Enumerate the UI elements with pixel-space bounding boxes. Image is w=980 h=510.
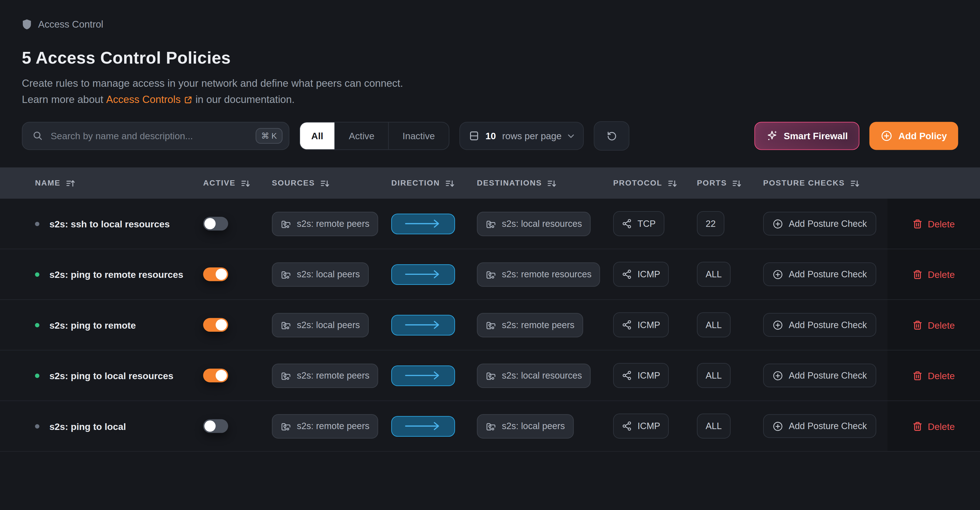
add-posture-check-button[interactable]: Add Posture Check (763, 212, 876, 235)
ports-cell: 22 (697, 211, 763, 236)
rows-per-page-select[interactable]: 10 rows per page (459, 122, 584, 150)
status-dot (35, 272, 39, 276)
smart-firewall-label: Smart Firewall (784, 130, 848, 141)
active-toggle[interactable] (203, 217, 228, 230)
source-group-badge[interactable]: s2s: remote peers (272, 363, 378, 388)
table-row: s2s: ping to remote s2s: local peers (0, 300, 980, 350)
active-cell (203, 217, 272, 230)
protocol-label: TCP (638, 219, 655, 229)
source-group-label: s2s: remote peers (297, 219, 369, 229)
plus-circle-icon (773, 370, 783, 381)
column-header-ports[interactable]: PORTS (697, 178, 763, 188)
filter-active[interactable]: Active (335, 122, 389, 149)
folder-network-icon (486, 269, 496, 280)
add-posture-check-button[interactable]: Add Posture Check (763, 364, 876, 387)
source-group-badge[interactable]: s2s: local peers (272, 262, 369, 286)
delete-button[interactable]: Delete (909, 269, 959, 280)
page-header: Access Control 5 Access Control Policies… (0, 0, 980, 105)
direction-button[interactable] (391, 315, 455, 335)
add-posture-check-label: Add Posture Check (789, 370, 867, 381)
add-posture-check-button[interactable]: Add Posture Check (763, 414, 876, 438)
search-shortcut-badge: ⌘ K (255, 128, 282, 144)
toggle-knob (204, 218, 215, 229)
arrow-right-icon (404, 421, 443, 430)
active-toggle[interactable] (203, 267, 228, 281)
destination-group-label: s2s: local resources (502, 219, 582, 229)
delete-label: Delete (928, 421, 955, 431)
filter-all[interactable]: All (300, 122, 335, 149)
destination-group-label: s2s: remote peers (502, 320, 574, 330)
posture-checks-cell: Add Posture Check (763, 414, 888, 438)
policy-name: s2s: ssh to local resources (49, 218, 170, 229)
sort-desc-icon (445, 178, 454, 188)
protocol-label: ICMP (638, 370, 660, 381)
add-posture-check-button[interactable]: Add Posture Check (763, 262, 876, 286)
active-cell (203, 318, 272, 332)
ports-chip: 22 (697, 211, 725, 236)
search-box[interactable]: ⌘ K (22, 122, 289, 150)
direction-button[interactable] (391, 213, 455, 234)
delete-label: Delete (928, 319, 955, 330)
trash-icon (913, 370, 923, 381)
refresh-button[interactable] (594, 121, 630, 150)
policy-name: s2s: ping to local (49, 421, 126, 431)
source-group-badge[interactable]: s2s: remote peers (272, 414, 378, 438)
column-header-protocol[interactable]: PROTOCOL (613, 178, 697, 188)
source-group-badge[interactable]: s2s: remote peers (272, 211, 378, 236)
sort-desc-icon (320, 178, 329, 188)
delete-button[interactable]: Delete (909, 420, 959, 432)
destination-group-label: s2s: remote resources (502, 269, 592, 279)
delete-button[interactable]: Delete (909, 218, 959, 230)
active-cell (203, 419, 272, 433)
add-posture-check-button[interactable]: Add Posture Check (763, 313, 876, 337)
source-group-label: s2s: local peers (297, 320, 360, 330)
add-policy-label: Add Policy (899, 130, 947, 141)
sort-desc-icon (850, 178, 859, 188)
direction-button[interactable] (391, 365, 455, 386)
rows-per-page-label: rows per page (502, 130, 562, 141)
shield-icon (22, 19, 32, 30)
delete-button[interactable]: Delete (909, 369, 959, 381)
column-header-posture-checks[interactable]: POSTURE CHECKS (763, 178, 888, 188)
source-group-badge[interactable]: s2s: local peers (272, 313, 369, 337)
add-policy-button[interactable]: Add Policy (870, 122, 958, 150)
source-group-label: s2s: remote peers (297, 421, 369, 431)
filter-inactive[interactable]: Inactive (389, 122, 449, 149)
access-controls-doc-link[interactable]: Access Controls (106, 93, 192, 106)
active-toggle[interactable] (203, 419, 228, 433)
direction-button[interactable] (391, 416, 455, 436)
destination-group-badge[interactable]: s2s: local resources (477, 363, 591, 388)
rows-per-page-value: 10 (485, 130, 496, 141)
destination-group-label: s2s: local peers (502, 421, 565, 431)
column-header-name[interactable]: NAME (0, 178, 203, 188)
destination-group-label: s2s: local resources (502, 370, 582, 381)
folder-network-icon (486, 319, 496, 330)
column-header-sources[interactable]: SOURCES (272, 178, 391, 188)
protocol-label: ICMP (638, 320, 660, 330)
rows-icon (469, 130, 479, 141)
search-icon (32, 130, 43, 141)
destination-group-badge[interactable]: s2s: local peers (477, 414, 574, 438)
search-input[interactable] (49, 130, 249, 142)
direction-button[interactable] (391, 264, 455, 284)
toggle-knob (216, 269, 227, 280)
trash-icon (913, 319, 923, 330)
direction-cell (391, 365, 477, 386)
delete-button[interactable]: Delete (909, 319, 959, 331)
active-toggle[interactable] (203, 369, 228, 382)
direction-cell (391, 264, 477, 284)
ports-chip: ALL (697, 262, 730, 287)
destination-group-badge[interactable]: s2s: remote resources (477, 262, 600, 286)
smart-firewall-button[interactable]: Smart Firewall (754, 122, 860, 150)
add-posture-check-label: Add Posture Check (789, 219, 867, 229)
share-network-icon (622, 421, 632, 431)
column-header-active[interactable]: ACTIVE (203, 178, 272, 188)
folder-network-icon (486, 370, 496, 381)
destination-group-badge[interactable]: s2s: local resources (477, 211, 591, 236)
column-header-direction[interactable]: DIRECTION (391, 178, 477, 188)
destination-group-badge[interactable]: s2s: remote peers (477, 313, 583, 337)
active-toggle[interactable] (203, 318, 228, 332)
column-header-destinations[interactable]: DESTINATIONS (477, 178, 613, 188)
folder-network-icon (280, 421, 291, 431)
folder-network-icon (280, 370, 291, 381)
